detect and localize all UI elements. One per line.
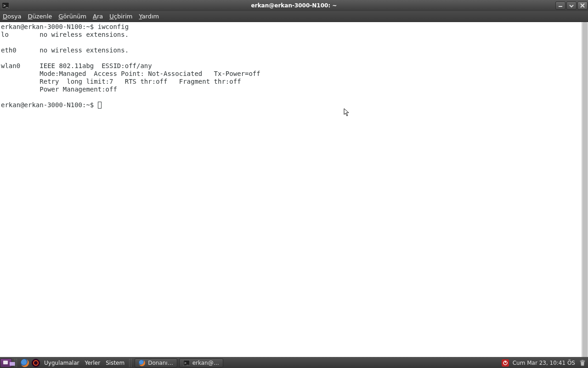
terminal-cursor [98,102,102,109]
close-button[interactable] [577,1,588,10]
window-title: erkan@erkan-3000-N100: ~ [0,2,588,9]
menu-gorunum[interactable]: Görünüm [58,13,86,20]
window-titlebar: >_ erkan@erkan-3000-N100: ~ [0,0,588,11]
term-line: eth0 no wireless extensions. [1,46,129,54]
term-line [1,93,40,101]
svg-text:>_: >_ [184,361,189,365]
menu-yardim[interactable]: Yardım [139,13,159,20]
panel-menu-places[interactable]: Yerler [85,360,100,366]
panel-separator[interactable] [15,359,17,367]
bottom-panel: Uygulamalar Yerler Sistem Donanı… >_ erk… [0,357,588,368]
terminal-scrollbar[interactable] [582,22,588,368]
taskbar-item-label: erkan@… [192,360,219,366]
term-line: lo no wireless extensions. [1,31,129,38]
svg-rect-10 [582,360,583,361]
panel-tray: Cum Mar 23, 10:41 ÖS [502,359,588,367]
window-controls [555,0,588,11]
ubuntu-logo-icon[interactable] [31,358,40,368]
shutdown-icon[interactable] [502,359,509,367]
panel-menu-applications[interactable]: Uygulamalar [44,360,79,366]
firefox-launcher[interactable] [20,358,29,368]
term-line: erkan@erkan-3000-N100:~$ iwconfig [1,23,129,30]
menu-dosya[interactable]: Dosya [3,13,21,20]
menubar: Dosya Düzenle Görünüm Ara Uçbirim Yardım [0,11,588,22]
terminal-window: >_ erkan@erkan-3000-N100: ~ Dosya Düzenl… [0,0,588,357]
panel-separator[interactable] [129,359,132,367]
term-line: wlan0 IEEE 802.11abg ESSID:off/any [1,62,160,69]
panel-clock[interactable]: Cum Mar 23, 10:41 ÖS [513,360,575,366]
show-desktop-button[interactable] [0,357,13,368]
menu-ara[interactable]: Ara [93,13,103,20]
term-line: Power Management:off [1,86,117,93]
taskbar-item-firefox[interactable]: Donanı… [135,358,177,368]
scrollbar-thumb[interactable] [582,22,588,368]
terminal-output[interactable]: erkan@erkan-3000-N100:~$ iwconfig lo no … [0,22,588,357]
menu-ucbirim[interactable]: Uçbirim [109,13,132,20]
taskbar-item-terminal[interactable]: >_ erkan@… [179,358,223,368]
taskbar-item-label: Donanı… [148,360,173,366]
term-prompt: erkan@erkan-3000-N100:~$ [1,101,98,109]
term-line: Mode:Managed Access Point: Not-Associate… [1,70,272,77]
term-line: Retry long limit:7 RTS thr:off Fragment … [1,78,241,85]
terminal-icon: >_ [183,360,190,366]
menu-duzenle[interactable]: Düzenle [28,13,52,20]
firefox-icon [139,360,145,366]
trash-icon[interactable] [579,359,586,367]
minimize-button[interactable] [555,1,565,10]
svg-text:>_: >_ [3,3,8,8]
panel-menu-system[interactable]: Sistem [106,360,124,366]
unmaximize-button[interactable] [566,1,577,10]
terminal-app-icon: >_ [0,2,11,9]
